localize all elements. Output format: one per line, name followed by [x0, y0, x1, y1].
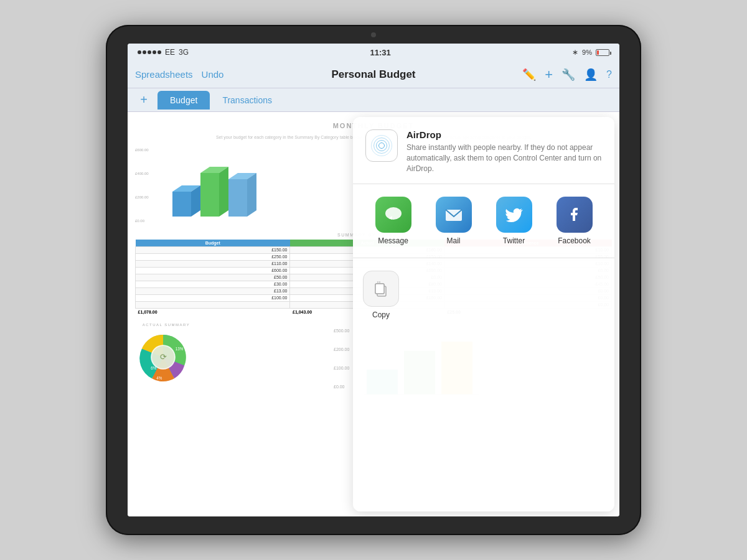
facebook-label: Facebook: [558, 236, 591, 245]
svg-text:£100.00: £100.00: [334, 366, 349, 370]
airdrop-text: AirDrop Share instantly with people near…: [406, 129, 602, 174]
ipad-frame: EE 3G 11:31 ∗ 9% Spreadsheets Undo Perso…: [106, 25, 641, 535]
airdrop-section[interactable]: AirDrop Share instantly with people near…: [353, 117, 614, 184]
message-icon: [375, 197, 411, 233]
bar-chart-3d-svg: [160, 154, 284, 223]
airdrop-rings: [370, 134, 393, 157]
nav-left[interactable]: Spreadsheets Undo: [135, 69, 223, 80]
status-time: 11:31: [370, 48, 390, 57]
back-spreadsheets[interactable]: Spreadsheets: [135, 69, 193, 80]
battery-percent: 9%: [582, 49, 592, 56]
cell-budget: [136, 301, 290, 308]
status-bar: EE 3G 11:31 ∗ 9%: [128, 44, 619, 61]
svg-marker-8: [247, 173, 256, 217]
svg-text:£200.00: £200.00: [334, 347, 349, 352]
share-mail-button[interactable]: Mail: [436, 197, 472, 245]
share-message-button[interactable]: Message: [375, 197, 411, 245]
carrier-label: EE: [165, 48, 175, 57]
help-icon[interactable]: ?: [606, 69, 612, 80]
twitter-icon: [496, 197, 532, 233]
svg-text:13%: 13%: [176, 347, 184, 351]
copy-section: Copy: [353, 258, 614, 332]
svg-text:6%: 6%: [151, 366, 157, 370]
copy-button[interactable]: Copy: [363, 271, 399, 319]
ipad-screen: EE 3G 11:31 ∗ 9% Spreadsheets Undo Perso…: [128, 44, 619, 516]
cell-budget: £600.00: [136, 267, 290, 274]
facebook-icon: [557, 197, 593, 233]
pie-chart-area: ACTUAL SUMMARY: [135, 323, 197, 398]
signal-dots: [138, 50, 161, 54]
message-label: Message: [378, 236, 408, 245]
cell-budget: £250.00: [136, 253, 290, 260]
svg-text:4%: 4%: [156, 376, 162, 380]
airdrop-title: AirDrop: [406, 129, 602, 140]
mail-label: Mail: [446, 236, 460, 245]
svg-marker-5: [219, 167, 228, 217]
pie-chart-svg: ⟳ 13% 6% 4%: [135, 329, 191, 385]
svg-point-24: [385, 207, 402, 220]
status-right: ∗ 9%: [572, 48, 609, 57]
tab-bar: + Budget Transactions: [128, 88, 619, 112]
cell-budget: £50.00: [136, 274, 290, 281]
main-content: MONTHLY BUDGET Set your budget for each …: [128, 112, 619, 516]
tab-budget[interactable]: Budget: [157, 91, 210, 110]
bluetooth-icon: ∗: [572, 48, 578, 57]
person-icon[interactable]: 👤: [584, 68, 598, 82]
add-sheet-button[interactable]: +: [135, 91, 153, 109]
airdrop-desc: Share instantly with people nearby. If t…: [406, 142, 602, 174]
svg-marker-3: [200, 173, 219, 217]
svg-marker-6: [228, 179, 247, 217]
share-panel: AirDrop Share instantly with people near…: [353, 117, 614, 511]
nav-right: ✏️ + 🔧 👤 ?: [522, 67, 612, 83]
copy-label: Copy: [372, 310, 390, 319]
network-label: 3G: [179, 48, 189, 57]
cell-budget: £110.00: [136, 260, 290, 267]
status-left: EE 3G: [138, 48, 189, 57]
cell-budget: £13.00: [136, 287, 290, 294]
svg-marker-0: [172, 192, 191, 217]
copy-icon: [363, 271, 399, 307]
tab-transactions[interactable]: Transactions: [210, 91, 284, 110]
svg-text:⟳: ⟳: [160, 352, 167, 361]
footer-budget: £1,078.00: [136, 308, 290, 315]
airdrop-icon: [365, 129, 398, 162]
mail-icon: [436, 197, 472, 233]
y-axis: £600.00 £400.00 £200.00 £0.00: [135, 148, 149, 223]
cell-budget: £30.00: [136, 281, 290, 287]
twitter-label: Twitter: [503, 236, 525, 245]
nav-bar: Spreadsheets Undo Personal Budget ✏️ + 🔧…: [128, 61, 619, 88]
share-facebook-button[interactable]: Facebook: [557, 197, 593, 245]
cell-budget: £100.00: [136, 294, 290, 301]
apps-section: Message Mail Twitter: [353, 184, 614, 258]
pie-label: ACTUAL SUMMARY: [135, 323, 197, 327]
wrench-icon[interactable]: 🔧: [561, 68, 575, 82]
copy-svg: [372, 279, 390, 298]
share-twitter-button[interactable]: Twitter: [496, 197, 532, 245]
pencil-icon[interactable]: ✏️: [522, 68, 536, 82]
col-budget: Budget: [136, 240, 290, 247]
nav-title: Personal Budget: [331, 68, 415, 81]
undo-button[interactable]: Undo: [202, 69, 224, 80]
add-icon[interactable]: +: [545, 67, 553, 83]
battery-indicator: [596, 49, 609, 56]
svg-text:£500.00: £500.00: [334, 329, 349, 333]
camera: [371, 32, 376, 37]
svg-text:£0.00: £0.00: [334, 385, 345, 389]
cell-budget: £150.00: [136, 246, 290, 253]
svg-rect-29: [375, 284, 384, 294]
